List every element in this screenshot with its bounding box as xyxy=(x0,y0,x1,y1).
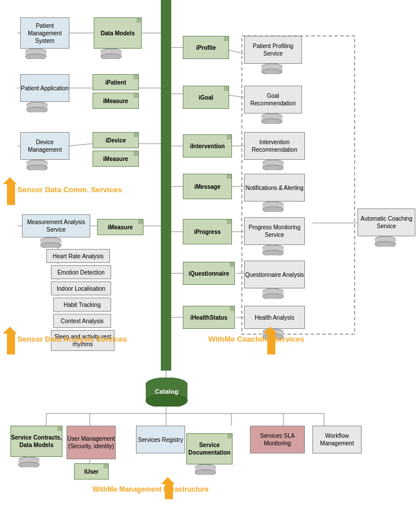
service-contracts-db xyxy=(17,457,40,469)
svg-point-61 xyxy=(261,69,282,74)
patient-profiling-box: Patient Profiling Service xyxy=(244,36,302,64)
withme-mgmt-label: WithMe Management Infrastructure xyxy=(93,485,209,493)
imeasure2-box: iMeasure xyxy=(93,151,139,167)
notif-alerting-box: Notifications & Alerting xyxy=(244,174,305,202)
progress-db xyxy=(261,245,285,257)
idevice-box: iDevice xyxy=(93,132,139,148)
device-mgmt-box: Device Management xyxy=(20,132,69,160)
services-registry-box: Services Registry xyxy=(136,426,185,453)
svg-point-85 xyxy=(146,394,187,407)
iprofile-box: iProfile xyxy=(183,36,229,59)
svg-point-58 xyxy=(40,243,61,248)
imeasure3-box: iMeasure xyxy=(97,219,143,235)
svg-point-52 xyxy=(27,107,47,112)
auto-coaching-box: Automatic Coaching Service xyxy=(358,208,415,236)
workflow-mgmt-box: Workflow Management xyxy=(312,426,362,453)
patient-mgmt-box: Patient Management System xyxy=(20,17,69,49)
data-models-db xyxy=(100,49,123,60)
igoal-box: iGoal xyxy=(183,86,229,109)
svg-point-49 xyxy=(101,54,121,59)
svg-point-91 xyxy=(195,470,216,475)
user-mgmt-box: User Management (Security, identity) xyxy=(67,426,116,459)
patient-app-db xyxy=(25,102,49,114)
service-contracts-box: Service Contracts, Data Models xyxy=(10,426,62,457)
progress-monitor-box: Progress Monitoring Service xyxy=(244,217,305,245)
health-analysis-box: Health Analysis xyxy=(244,306,305,329)
withme-coaching-label: WithMe Coaching Services xyxy=(208,335,304,343)
imessage-box: iMessage xyxy=(183,174,232,199)
arrow-sensor-comm-head xyxy=(3,177,17,184)
patient-mgmt-db xyxy=(24,49,47,60)
ipatient-box: iPatient xyxy=(93,74,139,90)
imeasure1-box: iMeasure xyxy=(93,93,139,109)
quest-db xyxy=(261,288,285,300)
quest-analysis-box: Questionnaire Analysis xyxy=(244,261,305,288)
svg-rect-0 xyxy=(161,0,171,371)
goal-rec-db xyxy=(260,114,283,125)
patient-app-box: Patient Application xyxy=(20,74,69,102)
iquestionnaire-box: iQuestionnaire xyxy=(183,262,235,285)
auto-coaching-db xyxy=(374,236,397,248)
emotion-box: Emotion Detection xyxy=(51,265,111,279)
svg-point-70 xyxy=(263,207,283,212)
meas-analysis-box: Measurement Analysis Service xyxy=(22,214,90,237)
arrow-sensor-analysis xyxy=(7,331,15,354)
arrow-mgmt-head xyxy=(161,477,175,484)
service-doc-box: Service Documentation xyxy=(186,433,233,464)
svg-point-88 xyxy=(19,462,39,467)
intervention-rec-db xyxy=(261,160,285,171)
heart-rate-box: Heart Rate Analysis xyxy=(46,249,110,263)
svg-point-55 xyxy=(27,165,47,170)
context-box: Context Analysis xyxy=(53,314,111,328)
service-doc-db xyxy=(194,464,217,476)
arrow-sensor-comm xyxy=(7,182,15,205)
sensor-comm-label: Sensor Data Comm. Services xyxy=(17,185,122,194)
patient-profiling-db xyxy=(260,64,283,75)
services-sla-box: Services SLA Monitoring xyxy=(250,426,305,453)
architecture-diagram: Patient Management System Data Models Pa… xyxy=(0,0,420,516)
arrow-sensor-analysis-head xyxy=(3,327,17,334)
intervention-rec-box: Intervention Recommendation xyxy=(244,132,305,160)
svg-point-73 xyxy=(263,250,283,255)
svg-point-46 xyxy=(25,54,46,59)
svg-line-5 xyxy=(69,144,93,146)
svg-point-76 xyxy=(263,294,283,299)
goal-rec-box: Goal Recommendation xyxy=(244,86,302,114)
notif-db xyxy=(261,202,285,213)
meas-analysis-db xyxy=(39,237,62,249)
device-mgmt-db xyxy=(25,160,49,171)
arrow-coaching-head xyxy=(263,327,277,334)
iintervention-box: iIntervention xyxy=(183,134,232,158)
svg-point-67 xyxy=(263,165,283,170)
catalog-cylinder: Catalog xyxy=(143,378,190,408)
svg-point-64 xyxy=(261,119,282,124)
indoor-box: Indoor Localisation xyxy=(51,281,111,295)
iuser-box: iUser xyxy=(74,463,109,480)
svg-point-82 xyxy=(375,241,396,247)
data-models-box: Data Models xyxy=(94,17,142,49)
habit-box: Habit Tracking xyxy=(53,298,111,312)
iprogress-box: iProgress xyxy=(183,219,232,244)
ihealthstatus-box: iHealthStatus xyxy=(183,306,235,329)
sensor-analysis-label: Sensor Data Analysis Services xyxy=(17,335,127,343)
